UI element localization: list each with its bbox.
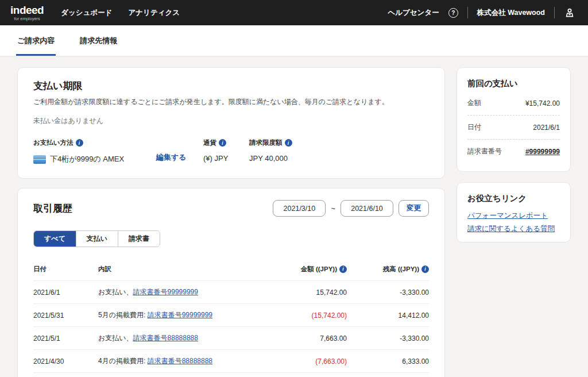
table-header-row: 日付 内訳 金額 ((JPY)) i 残高 ((JPY)) i xyxy=(33,257,429,280)
amount-info-icon[interactable]: i xyxy=(339,266,347,273)
navbar-right: ヘルプセンター ? 株式会社 Wavewood xyxy=(388,7,575,18)
indeed-logo[interactable]: indeed for employers xyxy=(10,5,44,21)
useful-links-list: パフォーマンスレポート 請求に関するよくある質問 xyxy=(467,211,560,234)
table-row: 2021/4/26お支払い、請求書番号7777777741,606.00-3,3… xyxy=(33,372,429,377)
cell-description: お支払い、請求書番号99999999 xyxy=(98,287,255,297)
last-payment-invoice-link[interactable]: #99999999 xyxy=(525,148,560,156)
billing-limit-info-icon[interactable]: i xyxy=(285,139,292,147)
edit-spacer xyxy=(152,139,203,145)
help-question-icon[interactable]: ? xyxy=(448,8,458,18)
filter-invoices-button[interactable]: 請求書 xyxy=(118,231,160,247)
currency-value: (¥) JPY xyxy=(203,154,249,163)
cell-description: お支払い、請求書番号88888888 xyxy=(98,333,255,343)
transaction-header: 取引履歴 ~ 変更 xyxy=(33,200,429,217)
nav-links: ダッシュボード アナリティクス xyxy=(61,8,180,18)
last-payment-date-row: 日付 2021/6/1 xyxy=(467,116,560,140)
payment-method-label: お支払い方法 xyxy=(33,139,74,147)
nav-item-analytics[interactable]: アナリティクス xyxy=(129,8,180,18)
tab-billing-info[interactable]: 請求先情報 xyxy=(79,26,118,56)
date-from-input[interactable] xyxy=(273,200,326,217)
cell-balance: 14,412.00 xyxy=(347,311,429,320)
filter-all-button[interactable]: すべて xyxy=(34,231,76,247)
payment-method-column: お支払い方法 i 下4桁が9999の AMEX xyxy=(33,139,152,164)
balance-info-icon[interactable]: i xyxy=(421,266,429,273)
table-row: 2021/5/315月の掲載費用: 請求書番号99999999(15,742.0… xyxy=(33,303,429,326)
table-row: 2021/6/1お支払い、請求書番号9999999915,742.00-3,33… xyxy=(33,280,429,303)
col-header-description: 内訳 xyxy=(98,265,255,274)
invoice-number-link[interactable]: 請求書番号99999999 xyxy=(148,311,212,319)
invoice-number-link[interactable]: 請求書番号88888888 xyxy=(148,357,212,365)
useful-links-title: お役立ちリンク xyxy=(467,193,560,204)
payment-method-label-row: お支払い方法 i xyxy=(33,139,152,147)
date-range-separator: ~ xyxy=(331,204,335,213)
cell-balance: 6,333.00 xyxy=(347,357,429,366)
navbar-divider xyxy=(554,7,555,18)
cell-date: 2021/5/1 xyxy=(33,334,98,343)
account-person-icon[interactable] xyxy=(564,7,575,18)
cell-balance: -3,330.00 xyxy=(347,288,429,297)
transaction-filter-segments: すべて 支払い 請求書 xyxy=(33,230,160,247)
transaction-title: 取引履歴 xyxy=(33,202,72,215)
nav-item-dashboard[interactable]: ダッシュボード xyxy=(61,8,112,18)
last-payment-invoice-label: 請求書番号 xyxy=(467,147,502,156)
last-payment-date-value: 2021/6/1 xyxy=(533,124,560,132)
last-payment-amount-value: ¥15,742.00 xyxy=(525,99,560,107)
payment-method-value-row: 下4桁が9999の AMEX xyxy=(33,154,152,164)
help-center-link[interactable]: ヘルプセンター xyxy=(388,8,439,18)
change-date-button[interactable]: 変更 xyxy=(399,200,429,217)
cell-description: 4月の掲載費用: 請求書番号88888888 xyxy=(98,356,255,366)
cell-amount: (7,663.00) xyxy=(255,357,347,366)
currency-column: 通貨 i (¥) JPY xyxy=(203,139,249,164)
last-payment-date-label: 日付 xyxy=(467,122,481,132)
date-to-input[interactable] xyxy=(341,200,393,217)
logo-subtitle: for employers xyxy=(14,17,40,21)
last-payment-invoice-row: 請求書番号 #99999999 xyxy=(467,140,560,163)
last-payment-amount-row: 金額 ¥15,742.00 xyxy=(467,91,560,116)
transaction-history-card: 取引履歴 ~ 変更 すべて 支払い 請求書 日付 内訳 金額 ((J xyxy=(17,188,445,377)
company-name[interactable]: 株式会社 Wavewood xyxy=(477,8,545,18)
billing-tabbar: ご請求内容 請求先情報 xyxy=(0,25,588,56)
description-prefix: お支払い、 xyxy=(98,334,133,342)
payment-method-info-icon[interactable]: i xyxy=(76,139,83,147)
invoice-number-link[interactable]: 請求書番号99999999 xyxy=(133,288,198,296)
edit-payment-link[interactable]: 編集する xyxy=(156,152,187,163)
cell-date: 2021/5/31 xyxy=(33,311,98,320)
payment-terms-title: 支払い期限 xyxy=(33,79,429,93)
currency-info-icon[interactable]: i xyxy=(219,139,226,147)
credit-card-icon xyxy=(33,155,46,164)
currency-label: 通貨 xyxy=(203,139,216,147)
billing-faq-link[interactable]: 請求に関するよくある質問 xyxy=(467,224,560,234)
col-header-amount: 金額 ((JPY)) i xyxy=(255,265,347,274)
col-header-balance: 残高 ((JPY)) i xyxy=(347,265,429,274)
performance-report-link[interactable]: パフォーマンスレポート xyxy=(467,211,560,221)
col-header-amount-label: 金額 ((JPY)) xyxy=(301,265,337,274)
payment-method-value: 下4桁が9999の AMEX xyxy=(50,154,124,164)
transaction-table: 日付 内訳 金額 ((JPY)) i 残高 ((JPY)) i 2021/6/1… xyxy=(33,257,429,377)
last-payment-card: 前回の支払い 金額 ¥15,742.00 日付 2021/6/1 請求書番号 #… xyxy=(457,67,571,172)
payment-detail-columns: お支払い方法 i 下4桁が9999の AMEX 編集する xyxy=(33,139,429,164)
edit-column: 編集する xyxy=(152,139,203,164)
payment-terms-description: ご利用金額が請求限度額に達するごとにご請求が発生します。限度額に満たない場合、毎… xyxy=(33,97,429,107)
sidebar-column: 前回の支払い 金額 ¥15,742.00 日付 2021/6/1 請求書番号 #… xyxy=(457,67,571,377)
logo-wordmark: indeed xyxy=(10,5,44,16)
table-row: 2021/5/1お支払い、請求書番号888888887,663.00-3,330… xyxy=(33,326,429,349)
cell-amount: 7,663.00 xyxy=(255,334,347,343)
billing-limit-value: JPY 40,000 xyxy=(249,154,318,163)
filter-payments-button[interactable]: 支払い xyxy=(76,231,118,247)
date-range-controls: ~ 変更 xyxy=(273,200,429,217)
billing-limit-label-row: 請求限度額 i xyxy=(249,139,318,147)
col-header-date: 日付 xyxy=(33,265,98,274)
description-prefix: 5月の掲載費用: xyxy=(98,311,148,319)
transaction-rows: 2021/6/1お支払い、請求書番号9999999915,742.00-3,33… xyxy=(33,280,429,377)
cell-amount: (15,742.00) xyxy=(255,311,347,320)
payment-terms-card: 支払い期限 ご利用金額が請求限度額に達するごとにご請求が発生します。限度額に満た… xyxy=(17,67,445,179)
cell-date: 2021/6/1 xyxy=(33,288,98,297)
currency-label-row: 通貨 i xyxy=(203,139,249,147)
cell-amount: 15,742.00 xyxy=(255,288,347,297)
last-payment-title: 前回の支払い xyxy=(467,78,560,89)
tab-billing-details[interactable]: ご請求内容 xyxy=(16,26,56,56)
description-prefix: お支払い、 xyxy=(98,288,133,296)
invoice-number-link[interactable]: 請求書番号88888888 xyxy=(133,334,198,342)
table-row: 2021/4/304月の掲載費用: 請求書番号88888888(7,663.00… xyxy=(33,349,429,372)
cell-date: 2021/4/30 xyxy=(33,357,98,366)
